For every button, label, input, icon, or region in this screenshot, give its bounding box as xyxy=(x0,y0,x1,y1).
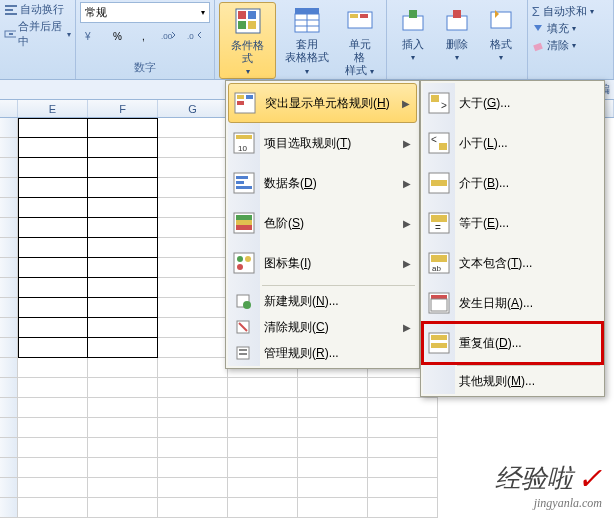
cell[interactable] xyxy=(298,458,368,478)
cell[interactable] xyxy=(18,378,88,398)
cell[interactable] xyxy=(88,438,158,458)
cell[interactable] xyxy=(18,498,88,518)
cell[interactable] xyxy=(88,358,158,378)
cell[interactable] xyxy=(88,318,158,338)
cell[interactable] xyxy=(158,138,228,158)
cell[interactable] xyxy=(88,258,158,278)
cell[interactable] xyxy=(88,198,158,218)
cell[interactable] xyxy=(158,178,228,198)
cell[interactable] xyxy=(18,338,88,358)
cell[interactable] xyxy=(18,458,88,478)
menu-item[interactable]: 突出显示单元格规则(H)▶ xyxy=(228,83,417,123)
menu-item[interactable]: 图标集(I)▶ xyxy=(228,243,417,283)
menu-item[interactable]: 管理规则(R)... xyxy=(228,340,417,366)
cell[interactable] xyxy=(88,478,158,498)
cell[interactable] xyxy=(88,238,158,258)
increase-decimal-button[interactable]: .00 xyxy=(158,25,180,47)
cell[interactable] xyxy=(298,418,368,438)
cell[interactable] xyxy=(18,298,88,318)
cell[interactable] xyxy=(88,458,158,478)
cell[interactable] xyxy=(228,398,298,418)
cell[interactable] xyxy=(298,478,368,498)
cell[interactable] xyxy=(18,398,88,418)
decrease-decimal-button[interactable]: .0 xyxy=(184,25,206,47)
cell[interactable] xyxy=(158,158,228,178)
cell[interactable] xyxy=(368,438,438,458)
menu-item-other-rules[interactable]: 其他规则(M)... xyxy=(423,368,602,394)
menu-item[interactable]: <小于(L)... xyxy=(423,123,602,163)
insert-button[interactable]: 插入▾ xyxy=(391,2,435,64)
cell[interactable] xyxy=(158,438,228,458)
cell[interactable] xyxy=(158,278,228,298)
cell[interactable] xyxy=(18,278,88,298)
menu-item[interactable]: 重复值(D)... xyxy=(423,323,602,363)
cell[interactable] xyxy=(88,298,158,318)
cell[interactable] xyxy=(18,438,88,458)
cell[interactable] xyxy=(88,418,158,438)
cell[interactable] xyxy=(18,218,88,238)
clear-button[interactable]: 清除▾ xyxy=(532,38,576,53)
col-header[interactable]: F xyxy=(88,100,158,117)
cell[interactable] xyxy=(18,138,88,158)
menu-item[interactable]: 数据条(D)▶ xyxy=(228,163,417,203)
cell[interactable] xyxy=(228,438,298,458)
menu-item[interactable]: 清除规则(C)▶ xyxy=(228,314,417,340)
wrap-text-button[interactable]: 自动换行 xyxy=(4,2,64,17)
format-as-table-button[interactable]: 套用表格格式 ▾ xyxy=(276,2,338,80)
cell[interactable] xyxy=(228,378,298,398)
cell[interactable] xyxy=(88,278,158,298)
col-header[interactable]: G xyxy=(158,100,228,117)
cell[interactable] xyxy=(88,158,158,178)
percent-button[interactable]: % xyxy=(106,25,128,47)
cell[interactable] xyxy=(368,398,438,418)
cell-styles-button[interactable]: 单元格样式 ▾ xyxy=(338,2,382,80)
menu-item[interactable]: =等于(E)... xyxy=(423,203,602,243)
cell[interactable] xyxy=(18,238,88,258)
cell[interactable] xyxy=(18,318,88,338)
cell[interactable] xyxy=(158,198,228,218)
cell[interactable] xyxy=(88,218,158,238)
menu-item[interactable]: 10项目选取规则(T)▶ xyxy=(228,123,417,163)
cell[interactable] xyxy=(158,478,228,498)
cell[interactable] xyxy=(158,418,228,438)
cell[interactable] xyxy=(18,478,88,498)
cell[interactable] xyxy=(18,118,88,138)
comma-button[interactable]: , xyxy=(132,25,154,47)
cell[interactable] xyxy=(18,178,88,198)
cell[interactable] xyxy=(88,178,158,198)
cell[interactable] xyxy=(158,458,228,478)
cell[interactable] xyxy=(158,118,228,138)
cell[interactable] xyxy=(158,318,228,338)
cell[interactable] xyxy=(18,418,88,438)
cell[interactable] xyxy=(228,418,298,438)
merge-center-button[interactable]: 合并后居中 ▾ xyxy=(4,19,71,49)
autosum-button[interactable]: Σ 自动求和▾ xyxy=(532,4,594,19)
col-header[interactable]: E xyxy=(18,100,88,117)
menu-item[interactable]: 色阶(S)▶ xyxy=(228,203,417,243)
currency-button[interactable]: ¥ xyxy=(80,25,102,47)
cell[interactable] xyxy=(88,498,158,518)
menu-item[interactable]: >大于(G)... xyxy=(423,83,602,123)
cell[interactable] xyxy=(298,498,368,518)
format-button[interactable]: 格式▾ xyxy=(479,2,523,64)
cell[interactable] xyxy=(88,338,158,358)
menu-item[interactable]: 新建规则(N)... xyxy=(228,288,417,314)
cell[interactable] xyxy=(158,338,228,358)
cell[interactable] xyxy=(88,398,158,418)
cell[interactable] xyxy=(228,458,298,478)
cell[interactable] xyxy=(88,138,158,158)
cell[interactable] xyxy=(228,498,298,518)
cell[interactable] xyxy=(18,258,88,278)
menu-item[interactable]: 介于(B)... xyxy=(423,163,602,203)
cell[interactable] xyxy=(158,378,228,398)
cell[interactable] xyxy=(368,478,438,498)
cell[interactable] xyxy=(18,198,88,218)
cell[interactable] xyxy=(158,398,228,418)
cell[interactable] xyxy=(158,498,228,518)
conditional-formatting-button[interactable]: 条件格式 ▾ xyxy=(219,2,276,79)
fill-button[interactable]: 填充▾ xyxy=(532,21,576,36)
cell[interactable] xyxy=(158,298,228,318)
menu-item[interactable]: ab文本包含(T)... xyxy=(423,243,602,283)
cell[interactable] xyxy=(158,218,228,238)
cell[interactable] xyxy=(228,478,298,498)
